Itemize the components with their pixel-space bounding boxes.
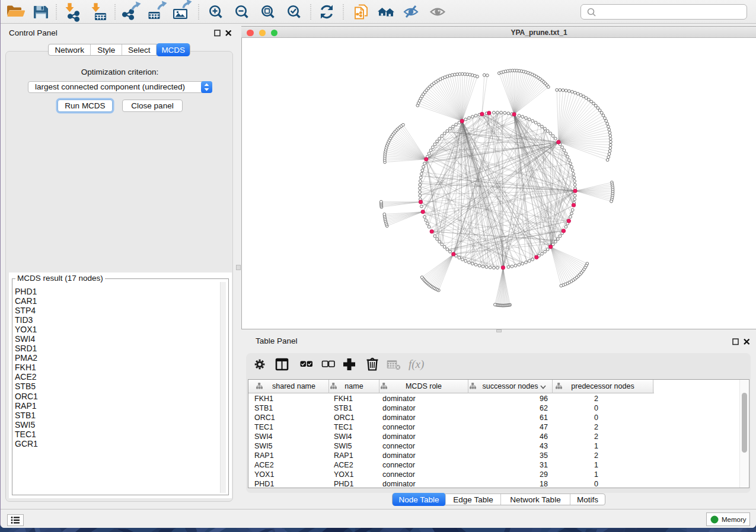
svg-text:f(x): f(x) [409,358,424,371]
